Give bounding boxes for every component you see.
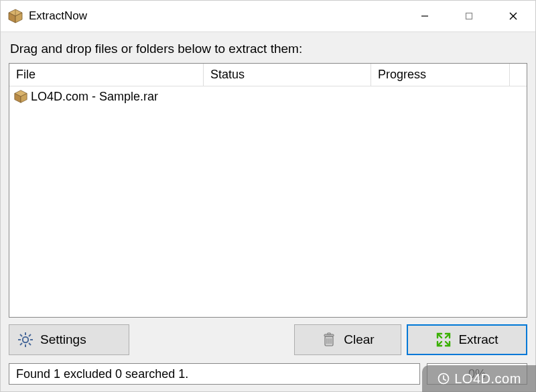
- svg-line-18: [20, 343, 22, 345]
- extract-button[interactable]: Extract: [407, 324, 527, 355]
- status-row: Found 1 excluded 0 searched 1. 0%: [9, 363, 527, 385]
- column-header-progress[interactable]: Progress: [371, 64, 510, 86]
- cell-file: LO4D.com - Sample.rar: [9, 89, 204, 104]
- svg-rect-5: [466, 13, 472, 19]
- maximize-button[interactable]: [447, 1, 491, 31]
- file-listview[interactable]: File Status Progress L: [9, 63, 527, 318]
- extract-button-label: Extract: [458, 332, 498, 347]
- clear-button-label: Clear: [344, 332, 374, 347]
- gear-icon: [17, 332, 34, 348]
- box-icon: [13, 89, 28, 104]
- progress-text: 0%: [468, 367, 486, 381]
- trash-icon: [321, 332, 337, 348]
- instruction-label: Drag and drop files or folders below to …: [10, 42, 527, 56]
- clear-button[interactable]: Clear: [294, 324, 401, 355]
- minimize-button[interactable]: [403, 1, 447, 31]
- svg-point-11: [23, 337, 28, 342]
- expand-icon: [436, 332, 452, 348]
- listview-body[interactable]: LO4D.com - Sample.rar: [9, 86, 527, 317]
- settings-button[interactable]: Settings: [9, 324, 129, 355]
- close-button[interactable]: [491, 1, 535, 31]
- button-row: Settings Clear: [9, 324, 527, 355]
- status-text: Found 1 excluded 0 searched 1.: [9, 363, 420, 385]
- column-header-file[interactable]: File: [9, 64, 204, 86]
- svg-line-27: [446, 334, 449, 338]
- progress-box: 0%: [427, 363, 527, 385]
- svg-line-16: [20, 334, 22, 336]
- app-window: ExtractNow Drag and drop files or folder…: [0, 0, 536, 392]
- listview-header: File Status Progress: [9, 64, 527, 86]
- svg-line-29: [438, 342, 442, 345]
- window-title: ExtractNow: [29, 9, 403, 23]
- svg-line-26: [438, 334, 442, 338]
- cell-file-text: LO4D.com - Sample.rar: [31, 90, 158, 104]
- svg-line-17: [29, 343, 31, 345]
- svg-rect-22: [328, 333, 331, 335]
- window-controls: [403, 1, 535, 31]
- svg-line-19: [29, 334, 31, 336]
- client-area: Drag and drop files or folders below to …: [1, 31, 535, 391]
- column-header-status[interactable]: Status: [204, 64, 371, 86]
- settings-button-label: Settings: [40, 332, 86, 347]
- svg-line-28: [446, 342, 449, 345]
- button-spacer: [135, 324, 289, 355]
- column-header-spacer: [510, 64, 527, 86]
- table-row[interactable]: LO4D.com - Sample.rar: [9, 86, 527, 107]
- box-icon: [7, 8, 23, 24]
- titlebar[interactable]: ExtractNow: [1, 1, 535, 31]
